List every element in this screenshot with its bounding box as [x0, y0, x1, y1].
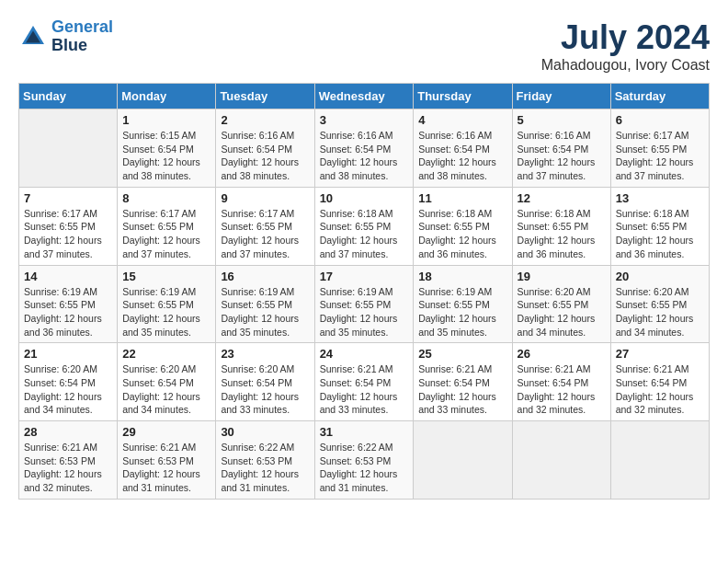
day-info: Sunrise: 6:17 AMSunset: 6:55 PMDaylight:… — [122, 207, 210, 261]
calendar-cell: 14Sunrise: 6:19 AMSunset: 6:55 PMDayligh… — [19, 265, 118, 343]
header-saturday: Saturday — [610, 84, 709, 109]
week-row-3: 14Sunrise: 6:19 AMSunset: 6:55 PMDayligh… — [19, 265, 710, 343]
calendar-cell: 22Sunrise: 6:20 AMSunset: 6:54 PMDayligh… — [118, 343, 216, 421]
day-info: Sunrise: 6:18 AMSunset: 6:55 PMDaylight:… — [616, 207, 704, 261]
day-info: Sunrise: 6:17 AMSunset: 6:55 PMDaylight:… — [221, 207, 309, 261]
day-number: 29 — [122, 425, 210, 439]
calendar-cell: 15Sunrise: 6:19 AMSunset: 6:55 PMDayligh… — [118, 265, 216, 343]
day-number: 8 — [122, 191, 210, 205]
day-number: 9 — [221, 191, 309, 205]
day-number: 31 — [320, 425, 409, 439]
day-info: Sunrise: 6:22 AMSunset: 6:53 PMDaylight:… — [221, 441, 309, 495]
calendar-cell: 30Sunrise: 6:22 AMSunset: 6:53 PMDayligh… — [216, 421, 314, 500]
day-info: Sunrise: 6:21 AMSunset: 6:54 PMDaylight:… — [418, 362, 506, 417]
header-thursday: Thursday — [414, 84, 512, 109]
day-info: Sunrise: 6:19 AMSunset: 6:55 PMDaylight:… — [221, 285, 309, 339]
calendar-cell: 18Sunrise: 6:19 AMSunset: 6:55 PMDayligh… — [414, 265, 512, 343]
day-info: Sunrise: 6:18 AMSunset: 6:55 PMDaylight:… — [518, 207, 606, 261]
day-number: 25 — [418, 347, 506, 361]
day-number: 16 — [221, 270, 309, 283]
calendar-cell: 23Sunrise: 6:20 AMSunset: 6:54 PMDayligh… — [216, 343, 314, 421]
title-block: July 2024 Mahadougou, Ivory Coast — [541, 18, 710, 74]
month-title: July 2024 — [541, 18, 710, 57]
logo-text: General Blue — [51, 18, 113, 55]
calendar-cell: 9Sunrise: 6:17 AMSunset: 6:55 PMDaylight… — [216, 187, 314, 265]
calendar-cell: 2Sunrise: 6:16 AMSunset: 6:54 PMDaylight… — [216, 109, 314, 188]
day-info: Sunrise: 6:21 AMSunset: 6:54 PMDaylight:… — [518, 362, 606, 417]
week-row-2: 7Sunrise: 6:17 AMSunset: 6:55 PMDaylight… — [19, 187, 710, 265]
calendar-cell — [19, 109, 118, 188]
calendar-cell: 3Sunrise: 6:16 AMSunset: 6:54 PMDaylight… — [314, 109, 414, 188]
day-info: Sunrise: 6:19 AMSunset: 6:55 PMDaylight:… — [24, 285, 112, 339]
day-number: 20 — [616, 270, 704, 283]
calendar-table: SundayMondayTuesdayWednesdayThursdayFrid… — [18, 83, 710, 500]
day-number: 11 — [418, 191, 506, 205]
day-number: 3 — [320, 113, 409, 127]
day-number: 5 — [518, 113, 606, 127]
day-info: Sunrise: 6:19 AMSunset: 6:55 PMDaylight:… — [320, 285, 409, 339]
header-sunday: Sunday — [19, 84, 118, 109]
day-info: Sunrise: 6:18 AMSunset: 6:55 PMDaylight:… — [320, 207, 409, 261]
calendar-cell: 5Sunrise: 6:16 AMSunset: 6:54 PMDaylight… — [512, 109, 610, 188]
calendar-cell: 11Sunrise: 6:18 AMSunset: 6:55 PMDayligh… — [414, 187, 512, 265]
calendar-cell: 20Sunrise: 6:20 AMSunset: 6:55 PMDayligh… — [610, 265, 709, 343]
day-number: 26 — [518, 347, 606, 361]
day-number: 13 — [616, 191, 704, 205]
calendar-cell: 1Sunrise: 6:15 AMSunset: 6:54 PMDaylight… — [118, 109, 216, 188]
week-row-1: 1Sunrise: 6:15 AMSunset: 6:54 PMDaylight… — [19, 109, 710, 188]
day-info: Sunrise: 6:20 AMSunset: 6:54 PMDaylight:… — [24, 362, 112, 417]
calendar-cell: 28Sunrise: 6:21 AMSunset: 6:53 PMDayligh… — [19, 421, 118, 500]
logo-icon — [18, 22, 48, 52]
day-number: 1 — [122, 113, 210, 127]
calendar-cell: 25Sunrise: 6:21 AMSunset: 6:54 PMDayligh… — [414, 343, 512, 421]
logo: General Blue — [18, 18, 113, 55]
day-number: 18 — [418, 270, 506, 283]
day-number: 6 — [616, 113, 704, 127]
day-info: Sunrise: 6:22 AMSunset: 6:53 PMDaylight:… — [320, 441, 409, 495]
calendar-cell — [512, 421, 610, 500]
day-number: 4 — [418, 113, 506, 127]
day-info: Sunrise: 6:16 AMSunset: 6:54 PMDaylight:… — [518, 129, 606, 183]
day-info: Sunrise: 6:19 AMSunset: 6:55 PMDaylight:… — [122, 285, 210, 339]
calendar-cell: 17Sunrise: 6:19 AMSunset: 6:55 PMDayligh… — [314, 265, 414, 343]
calendar-cell: 21Sunrise: 6:20 AMSunset: 6:54 PMDayligh… — [19, 343, 118, 421]
calendar-cell — [414, 421, 512, 500]
day-number: 10 — [320, 191, 409, 205]
day-number: 23 — [221, 347, 309, 361]
day-info: Sunrise: 6:16 AMSunset: 6:54 PMDaylight:… — [418, 129, 506, 183]
week-row-4: 21Sunrise: 6:20 AMSunset: 6:54 PMDayligh… — [19, 343, 710, 421]
day-number: 17 — [320, 270, 409, 283]
header-friday: Friday — [512, 84, 610, 109]
day-number: 27 — [616, 347, 704, 361]
calendar-cell: 8Sunrise: 6:17 AMSunset: 6:55 PMDaylight… — [118, 187, 216, 265]
header-tuesday: Tuesday — [216, 84, 314, 109]
calendar-cell: 7Sunrise: 6:17 AMSunset: 6:55 PMDaylight… — [19, 187, 118, 265]
day-info: Sunrise: 6:19 AMSunset: 6:55 PMDaylight:… — [418, 285, 506, 339]
calendar-cell: 19Sunrise: 6:20 AMSunset: 6:55 PMDayligh… — [512, 265, 610, 343]
day-number: 28 — [24, 425, 112, 439]
week-row-5: 28Sunrise: 6:21 AMSunset: 6:53 PMDayligh… — [19, 421, 710, 500]
day-info: Sunrise: 6:20 AMSunset: 6:55 PMDaylight:… — [616, 285, 704, 339]
calendar-cell: 4Sunrise: 6:16 AMSunset: 6:54 PMDaylight… — [414, 109, 512, 188]
day-info: Sunrise: 6:20 AMSunset: 6:55 PMDaylight:… — [518, 285, 606, 339]
day-number: 7 — [24, 191, 112, 205]
calendar-cell: 13Sunrise: 6:18 AMSunset: 6:55 PMDayligh… — [610, 187, 709, 265]
calendar-header-row: SundayMondayTuesdayWednesdayThursdayFrid… — [19, 84, 710, 109]
day-number: 30 — [221, 425, 309, 439]
day-info: Sunrise: 6:16 AMSunset: 6:54 PMDaylight:… — [221, 129, 309, 183]
calendar-cell: 29Sunrise: 6:21 AMSunset: 6:53 PMDayligh… — [118, 421, 216, 500]
day-number: 19 — [518, 270, 606, 283]
page-header: General Blue July 2024 Mahadougou, Ivory… — [18, 18, 710, 74]
day-info: Sunrise: 6:18 AMSunset: 6:55 PMDaylight:… — [418, 207, 506, 261]
calendar-cell: 27Sunrise: 6:21 AMSunset: 6:54 PMDayligh… — [610, 343, 709, 421]
day-number: 22 — [122, 347, 210, 361]
calendar-cell: 6Sunrise: 6:17 AMSunset: 6:55 PMDaylight… — [610, 109, 709, 188]
calendar-cell: 31Sunrise: 6:22 AMSunset: 6:53 PMDayligh… — [314, 421, 414, 500]
calendar-cell: 16Sunrise: 6:19 AMSunset: 6:55 PMDayligh… — [216, 265, 314, 343]
calendar-cell: 10Sunrise: 6:18 AMSunset: 6:55 PMDayligh… — [314, 187, 414, 265]
calendar-cell: 24Sunrise: 6:21 AMSunset: 6:54 PMDayligh… — [314, 343, 414, 421]
header-monday: Monday — [118, 84, 216, 109]
day-info: Sunrise: 6:20 AMSunset: 6:54 PMDaylight:… — [122, 362, 210, 417]
day-info: Sunrise: 6:15 AMSunset: 6:54 PMDaylight:… — [122, 129, 210, 183]
day-info: Sunrise: 6:21 AMSunset: 6:54 PMDaylight:… — [320, 362, 409, 417]
